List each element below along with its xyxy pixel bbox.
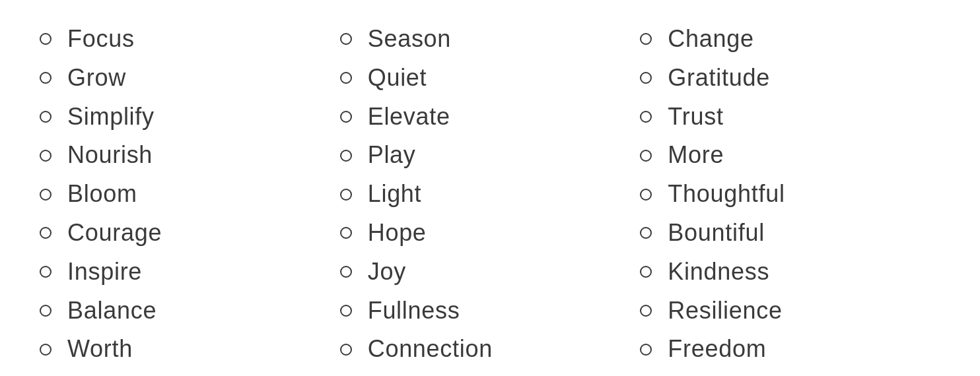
bullet-icon-grow: [40, 72, 52, 84]
list-item-light: Light: [340, 175, 641, 214]
item-label-courage: Courage: [67, 218, 162, 249]
bullet-icon-inspire: [40, 266, 52, 278]
bullet-icon-simplify: [40, 111, 52, 123]
bullet-icon-connection: [340, 344, 352, 356]
list-item-fullness: Fullness: [340, 292, 641, 330]
bullet-icon-balance: [40, 305, 52, 317]
list-item-love: Love: [640, 369, 940, 376]
bullet-icon-courage: [40, 227, 52, 239]
list-item-inspire: Inspire: [40, 253, 340, 292]
column-2: SeasonQuietElevatePlayLightHopeJoyFullne…: [340, 20, 641, 376]
item-label-thoughtful: Thoughtful: [668, 179, 785, 210]
bullet-icon-bloom: [40, 189, 52, 201]
bullet-icon-gratitude-1: [640, 72, 652, 84]
item-label-balance: Balance: [67, 296, 157, 327]
item-label-gratitude-1: Gratitude: [668, 63, 770, 94]
bullet-icon-kindness: [640, 266, 652, 278]
item-label-change: Change: [668, 24, 753, 55]
list-item-change: Change: [640, 20, 940, 59]
item-label-bountiful: Bountiful: [668, 218, 765, 249]
bullet-icon-thoughtful: [640, 189, 652, 201]
list-item-peace: Peace: [340, 369, 641, 376]
list-item-bountiful: Bountiful: [640, 214, 940, 253]
item-label-hope: Hope: [368, 218, 427, 249]
bullet-icon-quiet: [340, 72, 352, 84]
bullet-icon-elevate: [340, 111, 352, 123]
column-3: ChangeGratitudeTrustMoreThoughtfulBounti…: [640, 20, 940, 376]
item-label-quiet: Quiet: [368, 63, 427, 94]
bullet-icon-trust: [640, 111, 652, 123]
bullet-icon-joy: [340, 266, 352, 278]
list-item-thoughtful: Thoughtful: [640, 175, 940, 214]
bullet-icon-play: [340, 150, 352, 162]
item-label-trust: Trust: [668, 102, 723, 133]
item-label-peace: Peace: [368, 373, 438, 376]
list-item-elevate: Elevate: [340, 98, 641, 137]
columns-container: FocusGrowSimplifyNourishBloomCourageInsp…: [40, 20, 940, 376]
bullet-icon-fullness: [340, 305, 352, 317]
item-label-kindness: Kindness: [668, 257, 769, 288]
item-label-joy: Joy: [368, 257, 406, 288]
item-label-lean-in: Lean In: [67, 373, 150, 376]
list-item-freedom: Freedom: [640, 330, 940, 369]
item-label-inspire: Inspire: [67, 257, 142, 288]
column-1: FocusGrowSimplifyNourishBloomCourageInsp…: [40, 20, 340, 376]
list-item-resilience: Resilience: [640, 292, 940, 330]
bullet-icon-change: [640, 33, 652, 45]
bullet-icon-resilience: [640, 305, 652, 317]
bullet-icon-more: [640, 150, 652, 162]
item-label-more: More: [668, 140, 724, 171]
item-label-bloom: Bloom: [67, 179, 137, 210]
list-item-lean-in: Lean In: [40, 369, 340, 376]
list-item-balance: Balance: [40, 292, 340, 330]
item-label-connection: Connection: [368, 334, 493, 365]
list-item-more: More: [640, 136, 940, 175]
item-label-season: Season: [368, 24, 451, 55]
item-label-elevate: Elevate: [368, 102, 450, 133]
list-item-grow: Grow: [40, 59, 340, 98]
list-item-worth: Worth: [40, 330, 340, 369]
item-label-grow: Grow: [67, 63, 126, 94]
list-item-connection: Connection: [340, 330, 641, 369]
bullet-icon-nourish: [40, 150, 52, 162]
list-item-gratitude-1: Gratitude: [640, 59, 940, 98]
list-item-hope: Hope: [340, 214, 641, 253]
list-item-nourish: Nourish: [40, 136, 340, 175]
item-label-love: Love: [668, 373, 721, 376]
item-label-play: Play: [368, 140, 416, 171]
item-label-fullness: Fullness: [368, 296, 460, 327]
list-item-quiet: Quiet: [340, 59, 641, 98]
bullet-icon-season: [340, 33, 352, 45]
list-item-focus: Focus: [40, 20, 340, 59]
list-item-trust: Trust: [640, 98, 940, 137]
item-label-nourish: Nourish: [67, 140, 153, 171]
list-item-joy: Joy: [340, 253, 641, 292]
list-item-season: Season: [340, 20, 641, 59]
bullet-icon-bountiful: [640, 227, 652, 239]
item-label-freedom: Freedom: [668, 334, 766, 365]
bullet-icon-hope: [340, 227, 352, 239]
item-label-worth: Worth: [67, 334, 133, 365]
item-label-focus: Focus: [67, 24, 135, 55]
bullet-icon-freedom: [640, 344, 652, 356]
list-item-bloom: Bloom: [40, 175, 340, 214]
list-item-simplify: Simplify: [40, 98, 340, 137]
bullet-icon-light: [340, 189, 352, 201]
item-label-resilience: Resilience: [668, 296, 782, 327]
bullet-icon-focus: [40, 33, 52, 45]
bullet-icon-worth: [40, 344, 52, 356]
list-item-courage: Courage: [40, 214, 340, 253]
list-item-play: Play: [340, 136, 641, 175]
item-label-light: Light: [368, 179, 422, 210]
list-item-kindness: Kindness: [640, 253, 940, 292]
item-label-simplify: Simplify: [67, 102, 155, 133]
